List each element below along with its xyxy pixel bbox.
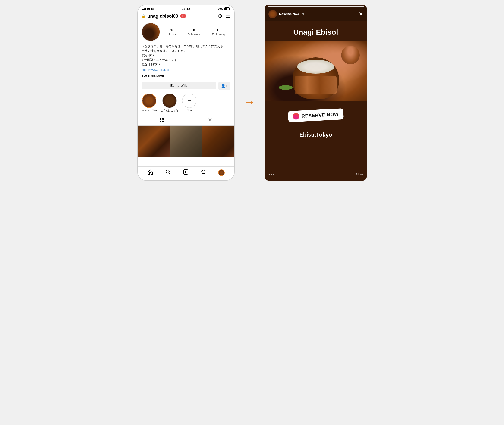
svg-rect-2 [160, 121, 161, 122]
link-icon [293, 114, 299, 119]
reels-icon [183, 169, 189, 175]
menu-icon[interactable]: ☰ [226, 13, 230, 19]
bio-text: うなぎ専門。恵比寿で店を開いて40年。地元の人々に支えられ、自慢の味を守り抜いて… [141, 44, 230, 67]
story-panel: Reserve Now · 3m ✕ Unagi Ebisol [265, 5, 367, 180]
close-icon[interactable]: ✕ [359, 11, 363, 17]
posts-stat[interactable]: 10 Posts [169, 28, 176, 36]
photo-cell-2[interactable] [170, 126, 202, 157]
bio-section: うなぎ専門。恵比寿で店を開いて40年。地元の人々に支えられ、自慢の味を守り抜いて… [138, 44, 234, 80]
story-footer: ••• More [265, 170, 367, 180]
eel-decoration [295, 76, 336, 94]
search-nav-icon[interactable] [165, 169, 171, 176]
following-stat[interactable]: 0 Following [212, 28, 225, 36]
highlight-plus-icon: + [187, 97, 191, 104]
stats-row: 10 Posts 0 Followers 0 Following [163, 28, 230, 36]
battery-icon [224, 7, 229, 10]
highlight-label-3: New [187, 109, 192, 112]
teapot-decoration [341, 46, 360, 64]
posts-count: 10 [170, 28, 175, 33]
bottom-nav [138, 166, 234, 180]
reserve-sticker[interactable]: RESERVE NOW [288, 108, 344, 122]
svg-rect-0 [160, 118, 161, 120]
home-nav-icon[interactable] [147, 169, 153, 176]
story-time-label: 3m [302, 13, 306, 16]
reserve-now-text: RESERVE NOW [301, 111, 339, 119]
battery-percent: 60% [218, 7, 223, 10]
story-header: Reserve Now · 3m ✕ [265, 7, 367, 21]
shop-icon [200, 169, 206, 175]
following-label: Following [212, 33, 225, 36]
svg-line-8 [169, 173, 170, 174]
carrier-label: au 4G [147, 7, 154, 10]
see-translation[interactable]: See Translation [141, 73, 230, 78]
edit-profile-button[interactable]: Edit profile [141, 82, 216, 89]
add-person-button[interactable]: 👤+ [218, 82, 230, 90]
status-left: au 4G [142, 7, 154, 10]
tab-grid[interactable] [138, 115, 186, 126]
sticker-wrapper: RESERVE NOW [265, 105, 367, 126]
reels-nav-icon[interactable] [183, 169, 189, 176]
profile-header: 🔒 unagiebisol00 9+ ⊕ ☰ [138, 12, 234, 21]
search-icon [165, 169, 171, 175]
story-options-icon[interactable]: ••• [269, 172, 275, 177]
story-location: Ebisu,Tokyo [265, 129, 367, 140]
svg-point-5 [209, 120, 211, 121]
status-right: 60% [218, 7, 229, 10]
followers-stat[interactable]: 0 Followers [188, 28, 201, 36]
story-food-image [265, 41, 367, 101]
highlight-circle-3[interactable]: + [182, 93, 196, 108]
highlight-circle-2[interactable] [162, 93, 177, 108]
instagram-profile-screen: au 4G 16:12 60% 🔒 unagiebisol00 9+ ⊕ ☰ 1… [137, 5, 235, 180]
highlights-row: Reserve Now ご予約はこちら + New [138, 92, 234, 115]
highlight-reserve-now[interactable]: Reserve Now [141, 93, 157, 112]
highlight-circle-1[interactable] [142, 93, 156, 108]
followers-label: Followers [188, 33, 201, 36]
svg-line-6 [211, 119, 211, 120]
highlight-label-1: Reserve Now [141, 109, 157, 112]
username-area: 🔒 unagiebisol00 9+ [141, 13, 186, 19]
arrow-indicator: → [242, 95, 258, 109]
lock-icon: 🔒 [141, 14, 145, 18]
profile-stats: 10 Posts 0 Followers 0 Following [138, 21, 234, 44]
highlight-yoyaku[interactable]: ご予約はこちら [161, 93, 178, 112]
username-text: unagiebisol00 [147, 13, 178, 19]
shop-nav-icon[interactable] [200, 169, 206, 176]
following-count: 0 [217, 28, 219, 33]
photo-cell-1[interactable] [138, 126, 169, 157]
tab-bar [138, 115, 234, 126]
followers-count: 0 [193, 28, 195, 33]
posts-label: Posts [169, 33, 176, 36]
story-content: Unagi Ebisol RESERVE NOW Ebisu,Tokyo [265, 21, 367, 170]
signal-icon [142, 7, 146, 10]
tab-tagged[interactable] [186, 115, 234, 126]
reserve-icon [293, 113, 299, 120]
story-more-label[interactable]: More [356, 173, 363, 176]
story-avatar [269, 10, 277, 18]
avatar[interactable] [141, 23, 160, 41]
notification-badge[interactable]: 9+ [180, 14, 186, 18]
highlight-label-2: ご予約はこちら [161, 109, 178, 112]
highlight-new[interactable]: + New [182, 93, 196, 112]
svg-rect-1 [162, 118, 164, 120]
time-label: 16:12 [182, 7, 190, 11]
add-post-icon[interactable]: ⊕ [218, 13, 222, 19]
story-progress [265, 5, 367, 7]
photo-grid [138, 126, 234, 167]
header-icons: ⊕ ☰ [218, 13, 230, 19]
status-bar: au 4G 16:12 60% [138, 5, 234, 12]
story-title: Unagi Ebisol [293, 28, 338, 37]
home-icon [147, 169, 153, 175]
story-title-section: Unagi Ebisol [265, 21, 367, 41]
bio-link[interactable]: https://www.ebica.jp/ [141, 68, 169, 72]
tagged-icon [208, 118, 213, 123]
svg-marker-10 [185, 171, 187, 173]
profile-nav-avatar[interactable] [218, 169, 225, 176]
svg-rect-3 [162, 121, 164, 122]
story-username: Reserve Now [279, 12, 299, 16]
photo-cell-3[interactable] [202, 126, 234, 157]
story-user-info: Reserve Now · 3m [279, 12, 306, 16]
svg-rect-4 [208, 118, 212, 122]
grid-icon [159, 118, 164, 123]
action-buttons: Edit profile 👤+ [138, 80, 234, 92]
story-time: · [300, 13, 302, 16]
